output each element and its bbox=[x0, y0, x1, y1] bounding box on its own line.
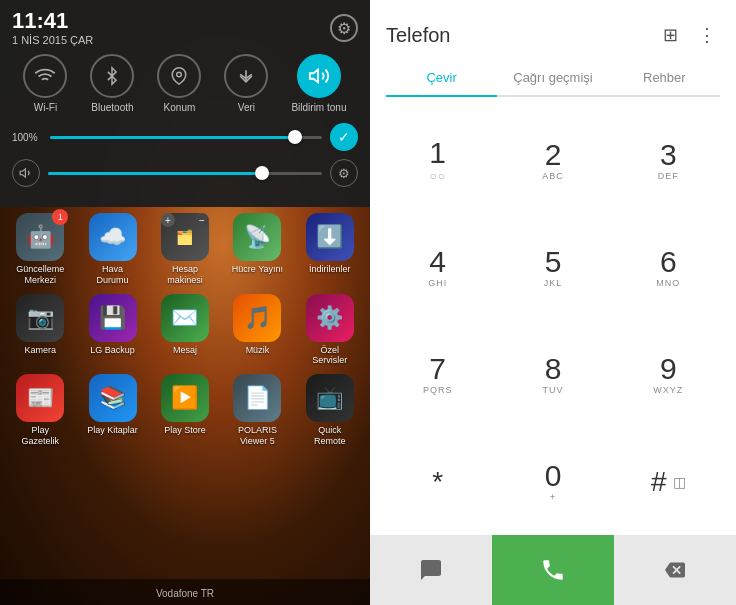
app-hesap[interactable]: + − 🗂️ Hesapmakinesi bbox=[153, 213, 217, 286]
bluetooth-icon bbox=[90, 54, 134, 98]
app-indirilenler[interactable]: ⬇️ İndirilenler bbox=[298, 213, 362, 286]
dial-key-hash[interactable]: # ◫ bbox=[611, 428, 726, 535]
phone-tabs: Çevir Çağrı geçmişi Rehber bbox=[386, 60, 720, 97]
volume-track[interactable] bbox=[48, 172, 322, 175]
location-toggle[interactable]: Konum bbox=[157, 54, 201, 113]
dial-key-9[interactable]: 9 WXYZ bbox=[611, 321, 726, 428]
message-button[interactable] bbox=[370, 535, 492, 605]
dial-key-6[interactable]: 6 MNO bbox=[611, 214, 726, 321]
app-playstore[interactable]: ▶️ Play Store bbox=[153, 374, 217, 447]
tab-cagri[interactable]: Çağrı geçmişi bbox=[497, 60, 608, 95]
svg-marker-3 bbox=[20, 169, 25, 177]
data-toggle[interactable]: Veri bbox=[224, 54, 268, 113]
app-gazetelik[interactable]: 📰 PlayGazetelik bbox=[8, 374, 72, 447]
location-icon bbox=[157, 54, 201, 98]
app-remote-label: QuickRemote bbox=[314, 425, 346, 447]
app-kitaplar[interactable]: 📚 Play Kitaplar bbox=[80, 374, 144, 447]
phone-header: Telefon ⊞ ⋮ Çevir Çağrı geçmişi Rehber bbox=[370, 0, 736, 97]
brightness-thumb[interactable] bbox=[288, 130, 302, 144]
app-muzik[interactable]: 🎵 Müzik bbox=[225, 294, 289, 367]
svg-marker-2 bbox=[310, 70, 318, 83]
brightness-track[interactable] bbox=[50, 136, 322, 139]
sound-label: Bildirim tonu bbox=[291, 102, 346, 113]
volume-thumb[interactable] bbox=[255, 166, 269, 180]
app-mesaj-icon: ✉️ bbox=[161, 294, 209, 342]
message-icon bbox=[419, 558, 443, 582]
dial-key-3[interactable]: 3 DEF bbox=[611, 107, 726, 214]
notification-shade: 11:41 1 NİS 2015 ÇAR ⚙ Wi-Fi bbox=[0, 0, 370, 207]
data-label: Veri bbox=[238, 102, 255, 113]
tab-cevir[interactable]: Çevir bbox=[386, 60, 497, 95]
app-kamera-label: Kamera bbox=[24, 345, 56, 356]
app-guncelleme-badge: 1 bbox=[52, 209, 68, 225]
delete-icon bbox=[662, 560, 688, 580]
app-mesaj[interactable]: ✉️ Mesaj bbox=[153, 294, 217, 367]
svg-point-0 bbox=[177, 72, 182, 77]
app-polaris-label: POLARISViewer 5 bbox=[238, 425, 277, 447]
app-indirilenler-label: İndirilenler bbox=[309, 264, 351, 275]
app-hava-label: HavaDurumu bbox=[97, 264, 129, 286]
app-hesap-icon: + − 🗂️ bbox=[161, 213, 209, 261]
app-playstore-icon: ▶️ bbox=[161, 374, 209, 422]
app-hesap-label: Hesapmakinesi bbox=[167, 264, 203, 286]
header-icons: ⊞ ⋮ bbox=[659, 20, 720, 50]
app-hucre-icon: 📡 bbox=[233, 213, 281, 261]
dial-key-2[interactable]: 2 ABC bbox=[495, 107, 610, 214]
dial-key-8[interactable]: 8 TUV bbox=[495, 321, 610, 428]
app-kamera-icon: 📷 bbox=[16, 294, 64, 342]
brightness-label: 100% bbox=[12, 132, 42, 143]
settings-button[interactable]: ⚙ bbox=[330, 14, 358, 42]
app-kitaplar-label: Play Kitaplar bbox=[87, 425, 138, 436]
time-block: 11:41 1 NİS 2015 ÇAR bbox=[12, 10, 93, 46]
wifi-icon bbox=[23, 54, 67, 98]
data-icon bbox=[224, 54, 268, 98]
app-hucre[interactable]: 📡 Hücre Yayını bbox=[225, 213, 289, 286]
app-kamera[interactable]: 📷 Kamera bbox=[8, 294, 72, 367]
app-remote-icon: 📺 bbox=[306, 374, 354, 422]
app-muzik-label: Müzik bbox=[246, 345, 270, 356]
app-ozel[interactable]: ⚙️ ÖzelServisler bbox=[298, 294, 362, 367]
app-lgbackup[interactable]: 💾 LG Backup bbox=[80, 294, 144, 367]
dial-key-7[interactable]: 7 PQRS bbox=[380, 321, 495, 428]
volume-settings-button[interactable]: ⚙ bbox=[330, 159, 358, 187]
app-remote[interactable]: 📺 QuickRemote bbox=[298, 374, 362, 447]
dial-key-0[interactable]: 0 + bbox=[495, 428, 610, 535]
volume-slider-icon bbox=[12, 159, 40, 187]
dial-key-star[interactable]: * bbox=[380, 428, 495, 535]
dialpad-grid-icon[interactable]: ⊞ bbox=[659, 20, 682, 50]
app-guncelleme-icon: 🤖 1 bbox=[16, 213, 64, 261]
app-gazetelik-icon: 📰 bbox=[16, 374, 64, 422]
left-panel: 11:41 1 NİS 2015 ÇAR ⚙ Wi-Fi bbox=[0, 0, 370, 605]
app-hucre-label: Hücre Yayını bbox=[232, 264, 283, 275]
wifi-toggle[interactable]: Wi-Fi bbox=[23, 54, 67, 113]
dial-grid: 1 ○○ 2 ABC 3 DEF 4 GHI 5 JKL 6 MNO bbox=[370, 107, 736, 535]
app-playstore-label: Play Store bbox=[164, 425, 206, 436]
wifi-label: Wi-Fi bbox=[34, 102, 57, 113]
app-polaris[interactable]: 📄 POLARISViewer 5 bbox=[225, 374, 289, 447]
call-button[interactable] bbox=[492, 535, 614, 605]
tab-rehber[interactable]: Rehber bbox=[609, 60, 720, 95]
dial-key-1[interactable]: 1 ○○ bbox=[380, 107, 495, 214]
volume-fill bbox=[48, 172, 262, 175]
carrier-bar: Vodafone TR bbox=[0, 579, 370, 605]
app-grid: 🤖 1 GüncellemeMerkezi ☁️ HavaDurumu + − … bbox=[0, 205, 370, 455]
app-hava[interactable]: ☁️ HavaDurumu bbox=[80, 213, 144, 286]
app-lgbackup-label: LG Backup bbox=[90, 345, 135, 356]
app-kitaplar-icon: 📚 bbox=[89, 374, 137, 422]
app-guncelleme-label: GüncellemeMerkezi bbox=[16, 264, 64, 286]
bluetooth-toggle[interactable]: Bluetooth bbox=[90, 54, 134, 113]
date-display: 1 NİS 2015 ÇAR bbox=[12, 34, 93, 46]
quick-toggles: Wi-Fi Bluetooth Konum bbox=[12, 54, 358, 113]
auto-button[interactable]: ✓ bbox=[330, 123, 358, 151]
dial-key-4[interactable]: 4 GHI bbox=[380, 214, 495, 321]
status-bar-top: 11:41 1 NİS 2015 ÇAR ⚙ bbox=[12, 10, 358, 46]
brightness-row: 100% ✓ bbox=[12, 123, 358, 151]
more-options-icon[interactable]: ⋮ bbox=[694, 20, 720, 50]
app-guncelleme[interactable]: 🤖 1 GüncellemeMerkezi bbox=[8, 213, 72, 286]
delete-button[interactable] bbox=[614, 535, 736, 605]
phone-title: Telefon bbox=[386, 24, 451, 47]
app-gazetelik-label: PlayGazetelik bbox=[21, 425, 59, 447]
sound-toggle[interactable]: Bildirim tonu bbox=[291, 54, 346, 113]
dial-key-5[interactable]: 5 JKL bbox=[495, 214, 610, 321]
app-ozel-label: ÖzelServisler bbox=[312, 345, 347, 367]
